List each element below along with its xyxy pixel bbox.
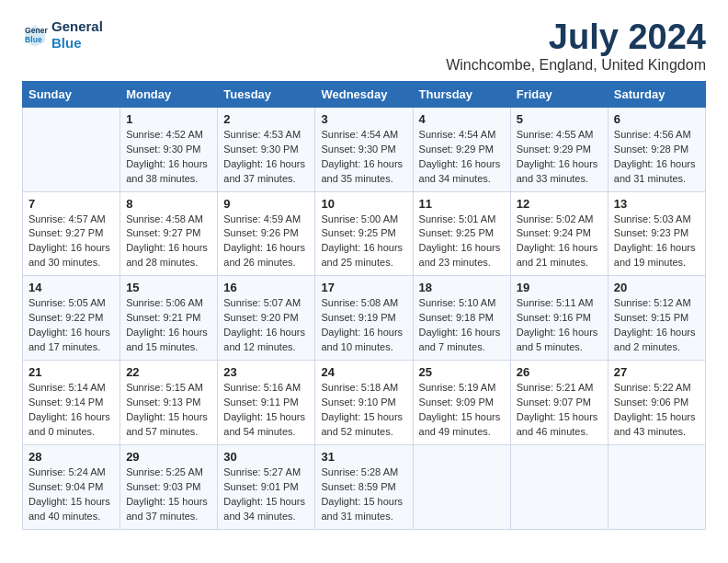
day-number: 6	[614, 112, 700, 126]
day-number: 12	[517, 197, 602, 211]
day-number: 18	[419, 281, 505, 294]
calendar-cell: 24Sunrise: 5:18 AM Sunset: 9:10 PM Dayli…	[315, 361, 413, 445]
calendar-cell: 13Sunrise: 5:03 AM Sunset: 9:23 PM Dayli…	[608, 191, 705, 276]
day-info: Sunrise: 4:56 AM Sunset: 9:28 PM Dayligh…	[614, 128, 700, 187]
calendar-cell: 27Sunrise: 5:22 AM Sunset: 9:06 PM Dayli…	[608, 361, 705, 445]
day-number: 22	[126, 365, 211, 379]
day-info: Sunrise: 5:25 AM Sunset: 9:03 PM Dayligh…	[126, 465, 211, 524]
calendar-cell: 15Sunrise: 5:06 AM Sunset: 9:21 PM Dayli…	[120, 276, 218, 361]
calendar-cell: 8Sunrise: 4:58 AM Sunset: 9:27 PM Daylig…	[120, 191, 218, 276]
col-header-thursday: Thursday	[413, 81, 510, 107]
day-number: 28	[28, 450, 114, 464]
day-info: Sunrise: 5:10 AM Sunset: 9:18 PM Dayligh…	[419, 296, 505, 355]
calendar-cell: 3Sunrise: 4:54 AM Sunset: 9:30 PM Daylig…	[315, 107, 413, 191]
calendar-cell: 18Sunrise: 5:10 AM Sunset: 9:18 PM Dayli…	[413, 276, 510, 361]
col-header-monday: Monday	[120, 81, 218, 107]
calendar-header-row: SundayMondayTuesdayWednesdayThursdayFrid…	[23, 81, 706, 107]
calendar-cell: 25Sunrise: 5:19 AM Sunset: 9:09 PM Dayli…	[413, 361, 510, 445]
logo-line2: Blue	[51, 35, 103, 52]
day-number: 10	[321, 197, 406, 211]
col-header-saturday: Saturday	[608, 81, 705, 107]
calendar-cell: 19Sunrise: 5:11 AM Sunset: 9:16 PM Dayli…	[510, 276, 608, 361]
logo: General Blue General Blue	[22, 18, 103, 52]
calendar-cell: 1Sunrise: 4:52 AM Sunset: 9:30 PM Daylig…	[120, 107, 218, 191]
day-info: Sunrise: 4:57 AM Sunset: 9:27 PM Dayligh…	[28, 213, 114, 271]
day-number: 14	[28, 281, 114, 294]
subtitle: Winchcombe, England, United Kingdom	[446, 57, 706, 74]
svg-text:General: General	[25, 26, 48, 35]
day-info: Sunrise: 5:07 AM Sunset: 9:20 PM Dayligh…	[223, 296, 309, 355]
day-number: 5	[517, 112, 602, 126]
day-info: Sunrise: 5:01 AM Sunset: 9:25 PM Dayligh…	[419, 213, 505, 271]
calendar-cell	[608, 444, 705, 529]
day-info: Sunrise: 5:19 AM Sunset: 9:09 PM Dayligh…	[419, 381, 505, 440]
calendar-cell: 6Sunrise: 4:56 AM Sunset: 9:28 PM Daylig…	[608, 107, 705, 191]
day-info: Sunrise: 5:21 AM Sunset: 9:07 PM Dayligh…	[517, 381, 602, 440]
day-number: 1	[126, 112, 211, 126]
day-info: Sunrise: 4:55 AM Sunset: 9:29 PM Dayligh…	[517, 128, 602, 187]
calendar-cell: 31Sunrise: 5:28 AM Sunset: 8:59 PM Dayli…	[315, 444, 413, 529]
day-number: 20	[614, 281, 700, 294]
calendar-cell: 22Sunrise: 5:15 AM Sunset: 9:13 PM Dayli…	[120, 361, 218, 445]
day-info: Sunrise: 5:05 AM Sunset: 9:22 PM Dayligh…	[28, 296, 114, 355]
calendar-cell: 4Sunrise: 4:54 AM Sunset: 9:29 PM Daylig…	[413, 107, 510, 191]
calendar-cell: 23Sunrise: 5:16 AM Sunset: 9:11 PM Dayli…	[218, 361, 315, 445]
col-header-wednesday: Wednesday	[315, 81, 413, 107]
calendar-cell: 26Sunrise: 5:21 AM Sunset: 9:07 PM Dayli…	[510, 361, 608, 445]
title-block: July 2024 Winchcombe, England, United Ki…	[446, 18, 706, 74]
calendar-cell: 14Sunrise: 5:05 AM Sunset: 9:22 PM Dayli…	[23, 276, 120, 361]
calendar-cell: 10Sunrise: 5:00 AM Sunset: 9:25 PM Dayli…	[315, 191, 413, 276]
day-number: 15	[126, 281, 211, 294]
calendar-table: SundayMondayTuesdayWednesdayThursdayFrid…	[22, 81, 706, 530]
day-info: Sunrise: 5:00 AM Sunset: 9:25 PM Dayligh…	[321, 213, 406, 271]
day-info: Sunrise: 4:54 AM Sunset: 9:30 PM Dayligh…	[321, 128, 406, 187]
calendar-cell	[510, 444, 608, 529]
calendar-cell: 29Sunrise: 5:25 AM Sunset: 9:03 PM Dayli…	[120, 444, 218, 529]
day-number: 8	[126, 197, 211, 211]
day-number: 31	[321, 450, 406, 464]
day-info: Sunrise: 5:12 AM Sunset: 9:15 PM Dayligh…	[614, 296, 700, 355]
calendar-cell: 9Sunrise: 4:59 AM Sunset: 9:26 PM Daylig…	[218, 191, 315, 276]
calendar-cell	[23, 107, 120, 191]
day-info: Sunrise: 5:11 AM Sunset: 9:16 PM Dayligh…	[517, 296, 602, 355]
calendar-cell: 30Sunrise: 5:27 AM Sunset: 9:01 PM Dayli…	[218, 444, 315, 529]
day-number: 29	[126, 450, 211, 464]
day-info: Sunrise: 4:54 AM Sunset: 9:29 PM Dayligh…	[419, 128, 505, 187]
week-row-1: 1Sunrise: 4:52 AM Sunset: 9:30 PM Daylig…	[23, 107, 706, 191]
day-info: Sunrise: 5:03 AM Sunset: 9:23 PM Dayligh…	[614, 213, 700, 271]
calendar-cell: 17Sunrise: 5:08 AM Sunset: 9:19 PM Dayli…	[315, 276, 413, 361]
day-info: Sunrise: 5:16 AM Sunset: 9:11 PM Dayligh…	[223, 381, 309, 440]
day-number: 4	[419, 112, 505, 126]
day-info: Sunrise: 5:06 AM Sunset: 9:21 PM Dayligh…	[126, 296, 211, 355]
logo-icon: General Blue	[22, 22, 48, 48]
calendar-cell: 28Sunrise: 5:24 AM Sunset: 9:04 PM Dayli…	[23, 444, 120, 529]
svg-text:Blue: Blue	[25, 35, 42, 44]
day-info: Sunrise: 4:52 AM Sunset: 9:30 PM Dayligh…	[126, 128, 211, 187]
calendar-cell: 20Sunrise: 5:12 AM Sunset: 9:15 PM Dayli…	[608, 276, 705, 361]
calendar-cell: 5Sunrise: 4:55 AM Sunset: 9:29 PM Daylig…	[510, 107, 608, 191]
day-info: Sunrise: 5:28 AM Sunset: 8:59 PM Dayligh…	[321, 465, 406, 524]
calendar-cell: 7Sunrise: 4:57 AM Sunset: 9:27 PM Daylig…	[23, 191, 120, 276]
day-info: Sunrise: 4:53 AM Sunset: 9:30 PM Dayligh…	[223, 128, 309, 187]
day-info: Sunrise: 4:59 AM Sunset: 9:26 PM Dayligh…	[223, 213, 309, 271]
day-info: Sunrise: 5:08 AM Sunset: 9:19 PM Dayligh…	[321, 296, 406, 355]
day-info: Sunrise: 5:18 AM Sunset: 9:10 PM Dayligh…	[321, 381, 406, 440]
day-number: 25	[419, 365, 505, 379]
day-number: 2	[223, 112, 309, 126]
day-info: Sunrise: 5:02 AM Sunset: 9:24 PM Dayligh…	[517, 213, 602, 271]
main-title: July 2024	[446, 18, 706, 57]
calendar-cell: 16Sunrise: 5:07 AM Sunset: 9:20 PM Dayli…	[218, 276, 315, 361]
day-number: 16	[223, 281, 309, 294]
day-number: 23	[223, 365, 309, 379]
col-header-sunday: Sunday	[23, 81, 120, 107]
page-header: General Blue General Blue July 2024 Winc…	[22, 18, 706, 74]
day-info: Sunrise: 5:15 AM Sunset: 9:13 PM Dayligh…	[126, 381, 211, 440]
day-number: 17	[321, 281, 406, 294]
day-number: 27	[614, 365, 700, 379]
day-number: 21	[28, 365, 114, 379]
day-info: Sunrise: 4:58 AM Sunset: 9:27 PM Dayligh…	[126, 213, 211, 271]
day-number: 9	[223, 197, 309, 211]
week-row-4: 21Sunrise: 5:14 AM Sunset: 9:14 PM Dayli…	[23, 361, 706, 445]
week-row-5: 28Sunrise: 5:24 AM Sunset: 9:04 PM Dayli…	[23, 444, 706, 529]
day-number: 11	[419, 197, 505, 211]
